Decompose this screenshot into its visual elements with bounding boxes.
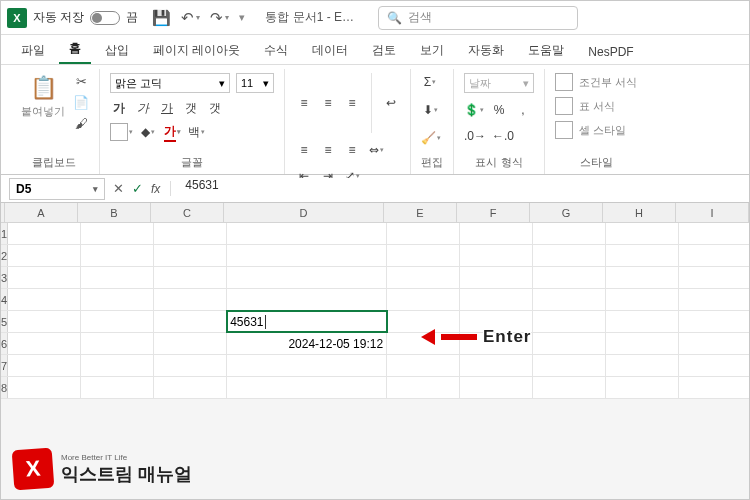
cell-A3[interactable]: [8, 267, 81, 288]
cond-format-button[interactable]: 조건부 서식: [579, 75, 637, 90]
format-painter-icon[interactable]: 🖌: [73, 115, 89, 131]
font-size-combo[interactable]: 11▾: [236, 73, 274, 93]
cell-B1[interactable]: [81, 223, 154, 244]
cell-E4[interactable]: [387, 289, 460, 310]
tab-home[interactable]: 홈: [59, 35, 91, 64]
tab-nespdf[interactable]: NesPDF: [578, 40, 643, 64]
name-box[interactable]: D5▾: [9, 178, 105, 200]
cell-E2[interactable]: [387, 245, 460, 266]
row-6[interactable]: 6: [1, 333, 8, 354]
border-button[interactable]: ▾: [110, 123, 133, 141]
cell-H3[interactable]: [606, 267, 679, 288]
col-I[interactable]: I: [676, 203, 749, 222]
col-G[interactable]: G: [530, 203, 603, 222]
fill-button[interactable]: ⬇▾: [421, 101, 439, 119]
row-2[interactable]: 2: [1, 245, 8, 266]
cancel-icon[interactable]: ✕: [113, 181, 124, 196]
cell-F2[interactable]: [460, 245, 533, 266]
cell-G7[interactable]: [533, 355, 606, 376]
align-left-button[interactable]: ≡: [295, 141, 313, 159]
autosum-button[interactable]: Σ▾: [421, 73, 439, 91]
cell-D5[interactable]: 45631: [227, 311, 387, 332]
row-4[interactable]: 4: [1, 289, 8, 310]
copy-icon[interactable]: 📄: [73, 94, 89, 110]
tab-data[interactable]: 데이터: [302, 37, 358, 64]
cell-D6[interactable]: 2024-12-05 19:12: [227, 333, 387, 354]
cell-G6[interactable]: [533, 333, 606, 354]
row-3[interactable]: 3: [1, 267, 8, 288]
row-1[interactable]: 1: [1, 223, 8, 244]
phonetic-button[interactable]: 갯: [206, 99, 224, 117]
italic-button[interactable]: 가: [134, 99, 152, 117]
font-name-combo[interactable]: 맑은 고딕▾: [110, 73, 230, 93]
cell-B6[interactable]: [81, 333, 154, 354]
paste-button[interactable]: 📋 붙여넣기: [19, 73, 67, 121]
cell-B3[interactable]: [81, 267, 154, 288]
cell-E3[interactable]: [387, 267, 460, 288]
cell-E8[interactable]: [387, 377, 460, 398]
wrap-text-button[interactable]: ↩: [382, 94, 400, 112]
cell-style-button[interactable]: 셀 스타일: [579, 123, 626, 138]
cell-H6[interactable]: [606, 333, 679, 354]
clear-button[interactable]: 🧹▾: [421, 129, 441, 147]
cell-C4[interactable]: [154, 289, 227, 310]
col-D[interactable]: D: [224, 203, 384, 222]
col-H[interactable]: H: [603, 203, 676, 222]
cell-I6[interactable]: [679, 333, 750, 354]
cell-G4[interactable]: [533, 289, 606, 310]
cell-I1[interactable]: [679, 223, 750, 244]
align-center-button[interactable]: ≡: [319, 141, 337, 159]
tab-file[interactable]: 파일: [11, 37, 55, 64]
cell-C7[interactable]: [154, 355, 227, 376]
cell-C5[interactable]: [154, 311, 227, 332]
cell-I3[interactable]: [679, 267, 750, 288]
cell-D1[interactable]: [227, 223, 387, 244]
fx-icon[interactable]: fx: [151, 182, 160, 196]
cell-E6[interactable]: [387, 333, 460, 354]
row-8[interactable]: 8: [1, 377, 8, 398]
cell-F3[interactable]: [460, 267, 533, 288]
col-E[interactable]: E: [384, 203, 457, 222]
cell-E7[interactable]: [387, 355, 460, 376]
cell-D3[interactable]: [227, 267, 387, 288]
tab-view[interactable]: 보기: [410, 37, 454, 64]
cell-G2[interactable]: [533, 245, 606, 266]
cut-icon[interactable]: ✂: [73, 73, 89, 89]
decrease-decimal-button[interactable]: ←.0: [492, 127, 514, 145]
cell-G5[interactable]: [533, 311, 606, 332]
currency-button[interactable]: 💲▾: [464, 101, 484, 119]
phonetic-guide-button[interactable]: 백▾: [187, 123, 205, 141]
cell-I2[interactable]: [679, 245, 750, 266]
bold-button[interactable]: 가: [110, 99, 128, 117]
undo-button[interactable]: ↶▾: [181, 9, 200, 27]
cell-C6[interactable]: [154, 333, 227, 354]
cell-E1[interactable]: [387, 223, 460, 244]
align-middle-button[interactable]: ≡: [319, 94, 337, 112]
cell-C3[interactable]: [154, 267, 227, 288]
formula-input[interactable]: 45631: [179, 178, 749, 200]
cell-H2[interactable]: [606, 245, 679, 266]
underline-button[interactable]: 가: [158, 99, 176, 117]
row-5[interactable]: 5: [1, 311, 8, 332]
cell-B7[interactable]: [81, 355, 154, 376]
enter-icon[interactable]: ✓: [132, 181, 143, 196]
cell-D8[interactable]: [227, 377, 387, 398]
cell-I7[interactable]: [679, 355, 750, 376]
cell-G3[interactable]: [533, 267, 606, 288]
merge-button[interactable]: ⇔▾: [367, 141, 385, 159]
qat-customize[interactable]: ▾: [239, 11, 245, 24]
cell-F4[interactable]: [460, 289, 533, 310]
percent-button[interactable]: %: [490, 101, 508, 119]
cell-H5[interactable]: [606, 311, 679, 332]
align-bottom-button[interactable]: ≡: [343, 94, 361, 112]
align-top-button[interactable]: ≡: [295, 94, 313, 112]
cell-C1[interactable]: [154, 223, 227, 244]
cell-F8[interactable]: [460, 377, 533, 398]
cell-H1[interactable]: [606, 223, 679, 244]
cell-H4[interactable]: [606, 289, 679, 310]
col-C[interactable]: C: [151, 203, 224, 222]
hanja-button[interactable]: 갯: [182, 99, 200, 117]
cell-I5[interactable]: [679, 311, 750, 332]
cell-I4[interactable]: [679, 289, 750, 310]
comma-button[interactable]: ,: [514, 101, 532, 119]
